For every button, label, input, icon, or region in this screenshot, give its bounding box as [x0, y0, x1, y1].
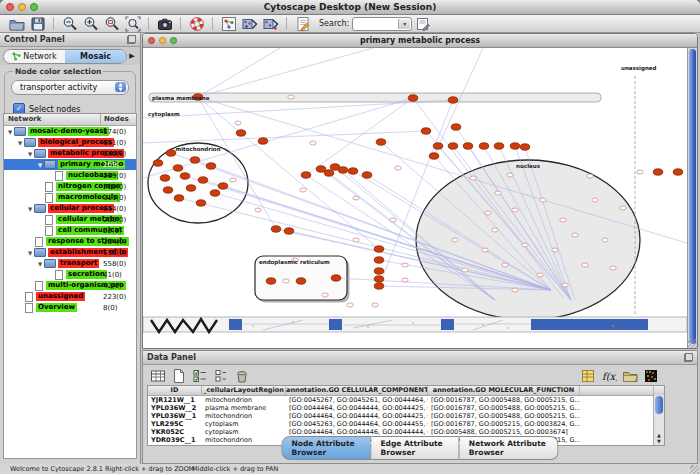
table-row[interactable]: YPL036W__1mitochondrion[GO:0044464, GO:0…	[148, 412, 664, 420]
network-node[interactable]	[610, 266, 616, 270]
search-input[interactable]: ▾	[352, 17, 412, 31]
network-node-selected[interactable]	[163, 187, 173, 193]
tree-col-network[interactable]: Network	[8, 115, 41, 123]
search-dropdown-icon[interactable]: ▾	[398, 19, 410, 29]
network-node-selected[interactable]	[190, 157, 200, 163]
network-node[interactable]	[322, 293, 328, 297]
network-node[interactable]	[402, 278, 408, 282]
network-node[interactable]	[495, 191, 501, 195]
scroll-down-icon[interactable]: ▼	[654, 438, 664, 444]
network-node[interactable]	[283, 279, 289, 283]
annotation-icon[interactable]	[294, 15, 311, 32]
zoom-window-icon[interactable]	[30, 3, 38, 11]
network-node[interactable]	[390, 218, 396, 222]
close-window-icon[interactable]	[6, 3, 14, 11]
help-lifesaver-icon[interactable]	[188, 15, 205, 32]
tree-row[interactable]: ▼primary metabo209(...	[4, 159, 136, 170]
zoom-in-icon[interactable]	[82, 15, 99, 32]
network-overview-icon[interactable]	[220, 15, 237, 32]
node-color-combobox[interactable]: transporter activity ▲▼	[11, 80, 129, 95]
network-node[interactable]	[310, 141, 316, 145]
tab-network-attribute-browser[interactable]: Network Attribute Browser	[460, 436, 559, 460]
zoom-out-icon[interactable]	[61, 15, 78, 32]
network-node-selected[interactable]	[463, 143, 473, 149]
network-node[interactable]	[602, 238, 608, 242]
import-file-icon[interactable]	[621, 367, 638, 384]
tree-row[interactable]: ▼cellular process614(0)	[4, 203, 136, 214]
network-node[interactable]	[502, 263, 508, 267]
network-node-selected[interactable]	[218, 183, 228, 189]
column-header[interactable]	[580, 386, 654, 395]
network-node[interactable]	[540, 198, 546, 202]
formula-builder-icon[interactable]: f(x)	[600, 367, 617, 384]
tree-row[interactable]: cellular metabo209(0)	[4, 214, 136, 225]
network-node-selected[interactable]	[206, 163, 216, 169]
network-node-selected[interactable]	[653, 169, 663, 175]
scrollbar-thumb[interactable]	[689, 49, 696, 344]
network-node-selected[interactable]	[376, 139, 386, 145]
network-node-selected[interactable]	[479, 143, 489, 149]
combobox-stepper-icon[interactable]: ▲▼	[115, 82, 126, 92]
unselect-attributes-icon[interactable]	[212, 367, 229, 384]
network-node[interactable]	[470, 176, 476, 180]
tree-expand-icon[interactable]: ▼	[6, 129, 14, 135]
network-node[interactable]	[347, 303, 353, 307]
network-node[interactable]	[482, 248, 488, 252]
network-node-selected[interactable]	[316, 166, 326, 172]
network-node[interactable]	[507, 173, 513, 177]
tab-mosaic[interactable]: Mosaic	[65, 50, 126, 63]
network-node-selected[interactable]	[186, 185, 196, 191]
network-node-selected[interactable]	[174, 195, 184, 201]
canvas-vertical-scrollbar[interactable]	[687, 48, 697, 348]
column-header[interactable]: annotation.GO CELLULAR_COMPONENT	[286, 386, 428, 395]
network-view-titlebar[interactable]: primary metabolic process	[143, 34, 697, 48]
tree-expand-icon[interactable]: ▼	[36, 261, 44, 267]
table-row[interactable]: YLR295Ccytoplasm[GO:0045263, GO:0044464,…	[148, 420, 664, 428]
network-node-selected[interactable]	[198, 177, 208, 183]
network-node-selected[interactable]	[301, 172, 311, 178]
network-node-selected[interactable]	[421, 128, 431, 134]
tree-row[interactable]: macromolecule311(0)	[4, 192, 136, 203]
network-node[interactable]	[372, 303, 378, 307]
network-node-selected[interactable]	[210, 190, 220, 196]
network-node[interactable]	[300, 188, 306, 192]
tree-col-nodes[interactable]: Nodes	[104, 115, 129, 123]
zoom-selected-icon[interactable]	[103, 15, 120, 32]
network-node-selected[interactable]	[196, 200, 206, 206]
network-node-selected[interactable]	[448, 143, 458, 149]
network-node-selected[interactable]	[673, 169, 683, 175]
column-header[interactable]: annotation.GO MOLECULAR_FUNCTION	[428, 386, 580, 395]
network-node-selected[interactable]	[374, 246, 384, 252]
network-node-selected[interactable]	[374, 276, 384, 282]
network-node[interactable]	[572, 233, 578, 237]
network-node-selected[interactable]	[451, 124, 461, 130]
network-node-selected[interactable]	[166, 150, 176, 156]
copy-style-icon[interactable]	[262, 15, 279, 32]
network-node[interactable]	[620, 206, 626, 210]
network-node-selected[interactable]	[494, 143, 504, 149]
network-node-selected[interactable]	[510, 143, 520, 149]
view-resize-grip-icon[interactable]	[688, 339, 697, 348]
snapshot-camera-icon[interactable]	[156, 15, 173, 32]
minimize-window-icon[interactable]	[18, 3, 26, 11]
network-node[interactable]	[492, 228, 498, 232]
network-node-selected[interactable]	[180, 173, 190, 179]
network-node-selected[interactable]	[433, 143, 443, 149]
tab-overflow-icon[interactable]: ▶	[127, 52, 137, 60]
view-minimize-icon[interactable]	[159, 37, 166, 44]
select-attributes-icon[interactable]	[191, 367, 208, 384]
create-attribute-icon[interactable]	[170, 367, 187, 384]
network-node[interactable]	[230, 178, 236, 182]
table-vertical-scrollbar[interactable]: ▲ ▼	[653, 395, 664, 445]
network-node[interactable]	[452, 238, 458, 242]
window-titlebar[interactable]: Cytoscape Desktop (New Session)	[0, 0, 700, 15]
network-node[interactable]	[512, 208, 518, 212]
apply-style-icon[interactable]	[241, 15, 258, 32]
network-node[interactable]	[462, 268, 468, 272]
network-node[interactable]	[552, 248, 558, 252]
tree-expand-icon[interactable]: ▼	[16, 140, 24, 146]
tree-expand-icon[interactable]: ▼	[36, 162, 44, 168]
tree-row[interactable]: nucleobase-209(0)	[4, 170, 136, 181]
network-node-selected[interactable]	[374, 283, 384, 289]
window-resize-grip-icon[interactable]	[690, 465, 699, 474]
